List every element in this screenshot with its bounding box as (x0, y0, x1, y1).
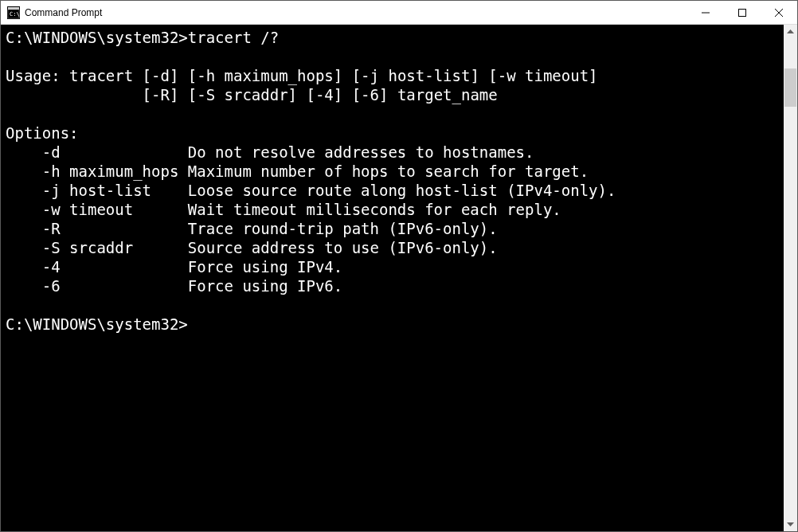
command-prompt-window: C:\ Command Prompt C:\WINDOWS\system32>t… (0, 0, 798, 532)
option-desc: Maximum number of hops to search for tar… (188, 162, 589, 180)
option-row: -dDo not resolve addresses to hostnames. (6, 143, 534, 161)
option-flag: -R (6, 219, 188, 238)
option-row: -j host-listLoose source route along hos… (6, 182, 616, 199)
option-flag: -6 (6, 276, 188, 295)
option-row: -S srcaddrSource address to use (IPv6-on… (6, 239, 498, 256)
prompt: C:\WINDOWS\system32> (6, 315, 188, 333)
titlebar[interactable]: C:\ Command Prompt (1, 1, 797, 25)
close-button[interactable] (761, 1, 797, 24)
option-flag: -4 (6, 257, 188, 276)
svg-rect-5 (739, 9, 746, 16)
option-desc: Force using IPv6. (188, 277, 342, 295)
scroll-down-arrow-icon[interactable] (784, 518, 797, 531)
svg-marker-8 (787, 29, 794, 33)
minimize-button[interactable] (687, 1, 724, 24)
option-row: -w timeoutWait timeout milliseconds for … (6, 201, 561, 218)
option-desc: Wait timeout milliseconds for each reply… (188, 201, 561, 218)
option-flag: -j host-list (6, 181, 188, 200)
prompt-line: C:\WINDOWS\system32>tracert /? (6, 29, 279, 46)
option-desc: Source address to use (IPv6-only). (188, 239, 498, 256)
maximize-button[interactable] (724, 1, 761, 24)
terminal-output[interactable]: C:\WINDOWS\system32>tracert /? Usage: tr… (1, 25, 784, 531)
option-flag: -w timeout (6, 200, 188, 219)
option-desc: Force using IPv4. (188, 258, 342, 276)
scroll-up-arrow-icon[interactable] (784, 25, 797, 38)
option-flag: -d (6, 143, 188, 162)
client-area: C:\WINDOWS\system32>tracert /? Usage: tr… (1, 25, 797, 531)
entered-command: tracert /? (188, 29, 279, 46)
window-title: Command Prompt (25, 7, 687, 18)
option-row: -h maximum_hopsMaximum number of hops to… (6, 162, 589, 180)
prompt: C:\WINDOWS\system32> (6, 29, 188, 46)
option-flag: -S srcaddr (6, 238, 188, 257)
svg-text:C:\: C:\ (10, 11, 20, 18)
scroll-thumb[interactable] (784, 68, 796, 107)
usage-line: Usage: tracert [-d] [-h maximum_hops] [-… (6, 67, 598, 84)
window-controls (687, 1, 797, 24)
option-desc: Do not resolve addresses to hostnames. (188, 143, 534, 161)
usage-line: [-R] [-S srcaddr] [-4] [-6] target_name (6, 86, 498, 104)
cmd-icon: C:\ (7, 6, 20, 19)
option-desc: Loose source route along host-list (IPv4… (188, 182, 616, 199)
options-header: Options: (6, 124, 79, 142)
svg-marker-9 (787, 522, 794, 526)
option-row: -RTrace round-trip path (IPv6-only). (6, 220, 498, 237)
svg-rect-2 (8, 7, 19, 10)
option-desc: Trace round-trip path (IPv6-only). (188, 220, 498, 237)
option-row: -6Force using IPv6. (6, 277, 342, 295)
option-row: -4Force using IPv4. (6, 258, 342, 276)
vertical-scrollbar[interactable] (784, 25, 797, 531)
option-flag: -h maximum_hops (6, 162, 188, 181)
